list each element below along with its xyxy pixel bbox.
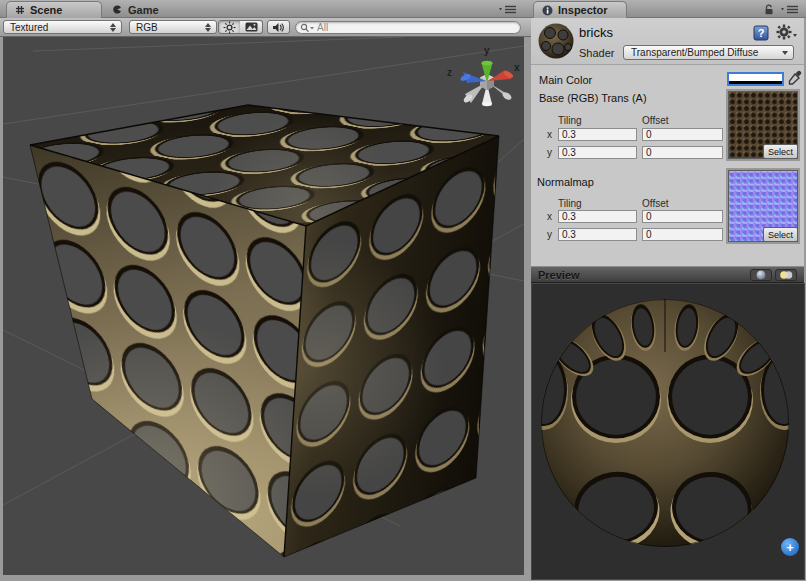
base-tiling-header: Tiling xyxy=(558,115,582,126)
material-name: bricks xyxy=(579,25,613,40)
scene-panel-menu-icon[interactable] xyxy=(498,4,518,14)
inspector-panel-menu-icon[interactable] xyxy=(780,4,800,14)
search-icon xyxy=(300,23,314,33)
tab-game-label: Game xyxy=(128,4,159,16)
shader-dropdown[interactable]: Transparent/Bumped Diffuse xyxy=(623,45,794,60)
gear-icon[interactable] xyxy=(776,24,798,44)
scene-grid-icon xyxy=(15,5,25,15)
normalmap-y-row-label: y xyxy=(547,229,552,240)
sun-icon xyxy=(223,21,236,34)
material-ball-thumbnail[interactable] xyxy=(537,22,575,60)
normalmap-offset-y-input[interactable] xyxy=(642,228,723,241)
unity-editor-window: Scene Game Textured RGB xyxy=(0,0,806,581)
preview-header[interactable]: Preview xyxy=(531,266,804,283)
gizmo-x-label: x xyxy=(514,62,520,73)
scene-3d-view: y x z xyxy=(3,37,524,575)
preview-mesh-button[interactable] xyxy=(750,269,772,281)
preview-sphere xyxy=(532,284,804,579)
main-color-swatch[interactable] xyxy=(727,72,784,86)
base-select-button[interactable]: Select xyxy=(763,144,798,159)
normalmap-offset-header: Offset xyxy=(642,198,669,209)
lights-icon xyxy=(779,270,793,280)
normalmap-offset-x-input[interactable] xyxy=(642,210,723,223)
base-x-row-label: x xyxy=(547,129,552,140)
normalmap-select-button[interactable]: Select xyxy=(763,227,798,242)
base-y-row-label: y xyxy=(547,147,552,158)
material-preview[interactable]: + xyxy=(531,283,805,580)
channel-dropdown[interactable]: RGB xyxy=(129,20,217,34)
eyedropper-icon[interactable] xyxy=(788,70,802,89)
speaker-icon xyxy=(272,22,285,33)
normalmap-label: Normalmap xyxy=(537,176,594,188)
tab-inspector-label: Inspector xyxy=(558,4,608,16)
search-value: All xyxy=(317,22,328,33)
chevron-down-icon xyxy=(782,51,788,55)
inspector-lock-icon[interactable] xyxy=(763,4,775,15)
main-color-label: Main Color xyxy=(539,74,592,86)
normalmap-tiling-y-input[interactable] xyxy=(558,228,637,241)
base-tiling-y-input[interactable] xyxy=(558,146,637,159)
alpha-bar xyxy=(729,81,782,84)
tab-inspector[interactable]: Inspector xyxy=(533,1,627,18)
preview-title: Preview xyxy=(538,269,580,281)
tab-scene-label: Scene xyxy=(30,4,62,16)
tab-game[interactable]: Game xyxy=(104,1,176,18)
gizmo-y-label: y xyxy=(484,45,490,56)
sphere-icon xyxy=(756,270,766,280)
base-texture-thumbnail[interactable]: Select xyxy=(728,91,798,159)
render-mode-value: Textured xyxy=(10,22,48,33)
textured-cube[interactable] xyxy=(3,105,499,575)
preview-add-button[interactable]: + xyxy=(781,538,799,556)
scene-search-field[interactable]: All xyxy=(295,21,521,34)
channel-value: RGB xyxy=(136,22,158,33)
svg-text:?: ? xyxy=(758,27,765,39)
normalmap-thumbnail[interactable]: Select xyxy=(728,170,798,242)
updown-arrows-icon xyxy=(110,23,116,32)
base-offset-x-input[interactable] xyxy=(642,128,723,141)
orientation-gizmo[interactable]: y x z xyxy=(447,45,520,106)
image-icon xyxy=(245,22,258,32)
scene-viewport[interactable]: y x z xyxy=(3,37,524,575)
material-header: bricks Shader Transparent/Bumped Diffuse… xyxy=(531,18,804,65)
game-icon xyxy=(112,4,123,15)
inspector-tabbar: Inspector xyxy=(531,0,806,18)
scene-skybox-toggle[interactable] xyxy=(240,20,263,34)
gizmo-z-label: z xyxy=(447,67,452,78)
info-icon xyxy=(542,5,553,16)
inspector-panel: bricks Shader Transparent/Bumped Diffuse… xyxy=(531,18,804,266)
base-offset-y-input[interactable] xyxy=(642,146,723,159)
base-tiling-x-input[interactable] xyxy=(558,128,637,141)
normalmap-tiling-x-input[interactable] xyxy=(558,210,637,223)
tab-scene[interactable]: Scene xyxy=(6,1,102,18)
preview-lighting-button[interactable] xyxy=(775,269,797,281)
scene-lighting-toggle[interactable] xyxy=(218,20,241,34)
base-offset-header: Offset xyxy=(642,115,669,126)
normalmap-x-row-label: x xyxy=(547,211,552,222)
scene-toolbar: Textured RGB xyxy=(0,18,531,37)
base-texture-label: Base (RGB) Trans (A) xyxy=(539,92,647,104)
scene-audio-toggle[interactable] xyxy=(267,20,290,34)
shader-value: Transparent/Bumped Diffuse xyxy=(631,47,758,58)
scene-tabbar: Scene Game xyxy=(0,0,531,18)
help-icon[interactable]: ? xyxy=(753,25,770,45)
updown-arrows-icon xyxy=(205,23,211,32)
render-mode-dropdown[interactable]: Textured xyxy=(3,20,122,34)
shader-label: Shader xyxy=(579,47,614,59)
normalmap-tiling-header: Tiling xyxy=(558,198,582,209)
